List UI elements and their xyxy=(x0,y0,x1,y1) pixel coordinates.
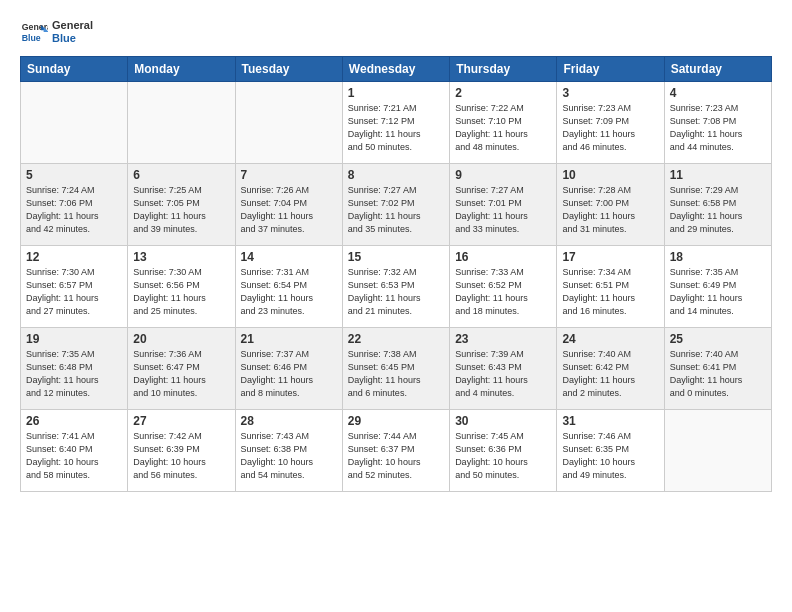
page: General Blue General Blue SundayMondayTu… xyxy=(0,0,792,502)
day-number: 19 xyxy=(26,332,122,346)
day-number: 29 xyxy=(348,414,444,428)
calendar-cell: 14Sunrise: 7:31 AM Sunset: 6:54 PM Dayli… xyxy=(235,246,342,328)
calendar-cell: 29Sunrise: 7:44 AM Sunset: 6:37 PM Dayli… xyxy=(342,410,449,492)
calendar-cell: 13Sunrise: 7:30 AM Sunset: 6:56 PM Dayli… xyxy=(128,246,235,328)
day-info: Sunrise: 7:22 AM Sunset: 7:10 PM Dayligh… xyxy=(455,102,551,154)
calendar-cell: 23Sunrise: 7:39 AM Sunset: 6:43 PM Dayli… xyxy=(450,328,557,410)
calendar-week-row: 26Sunrise: 7:41 AM Sunset: 6:40 PM Dayli… xyxy=(21,410,772,492)
day-number: 30 xyxy=(455,414,551,428)
calendar-cell: 20Sunrise: 7:36 AM Sunset: 6:47 PM Dayli… xyxy=(128,328,235,410)
day-info: Sunrise: 7:29 AM Sunset: 6:58 PM Dayligh… xyxy=(670,184,766,236)
day-info: Sunrise: 7:38 AM Sunset: 6:45 PM Dayligh… xyxy=(348,348,444,400)
calendar-cell: 1Sunrise: 7:21 AM Sunset: 7:12 PM Daylig… xyxy=(342,82,449,164)
day-info: Sunrise: 7:26 AM Sunset: 7:04 PM Dayligh… xyxy=(241,184,337,236)
day-number: 8 xyxy=(348,168,444,182)
day-info: Sunrise: 7:40 AM Sunset: 6:41 PM Dayligh… xyxy=(670,348,766,400)
calendar-header-row: SundayMondayTuesdayWednesdayThursdayFrid… xyxy=(21,57,772,82)
day-info: Sunrise: 7:27 AM Sunset: 7:01 PM Dayligh… xyxy=(455,184,551,236)
calendar-week-row: 1Sunrise: 7:21 AM Sunset: 7:12 PM Daylig… xyxy=(21,82,772,164)
calendar-week-row: 19Sunrise: 7:35 AM Sunset: 6:48 PM Dayli… xyxy=(21,328,772,410)
day-info: Sunrise: 7:23 AM Sunset: 7:09 PM Dayligh… xyxy=(562,102,658,154)
day-of-week-header: Tuesday xyxy=(235,57,342,82)
day-info: Sunrise: 7:41 AM Sunset: 6:40 PM Dayligh… xyxy=(26,430,122,482)
day-number: 4 xyxy=(670,86,766,100)
day-info: Sunrise: 7:39 AM Sunset: 6:43 PM Dayligh… xyxy=(455,348,551,400)
calendar-cell: 10Sunrise: 7:28 AM Sunset: 7:00 PM Dayli… xyxy=(557,164,664,246)
day-info: Sunrise: 7:30 AM Sunset: 6:56 PM Dayligh… xyxy=(133,266,229,318)
day-number: 3 xyxy=(562,86,658,100)
day-number: 13 xyxy=(133,250,229,264)
day-info: Sunrise: 7:35 AM Sunset: 6:48 PM Dayligh… xyxy=(26,348,122,400)
calendar-cell: 5Sunrise: 7:24 AM Sunset: 7:06 PM Daylig… xyxy=(21,164,128,246)
day-number: 27 xyxy=(133,414,229,428)
day-number: 17 xyxy=(562,250,658,264)
day-info: Sunrise: 7:25 AM Sunset: 7:05 PM Dayligh… xyxy=(133,184,229,236)
calendar-cell: 15Sunrise: 7:32 AM Sunset: 6:53 PM Dayli… xyxy=(342,246,449,328)
day-info: Sunrise: 7:36 AM Sunset: 6:47 PM Dayligh… xyxy=(133,348,229,400)
day-info: Sunrise: 7:35 AM Sunset: 6:49 PM Dayligh… xyxy=(670,266,766,318)
day-number: 28 xyxy=(241,414,337,428)
calendar-cell: 26Sunrise: 7:41 AM Sunset: 6:40 PM Dayli… xyxy=(21,410,128,492)
day-info: Sunrise: 7:45 AM Sunset: 6:36 PM Dayligh… xyxy=(455,430,551,482)
calendar-cell xyxy=(664,410,771,492)
calendar-week-row: 5Sunrise: 7:24 AM Sunset: 7:06 PM Daylig… xyxy=(21,164,772,246)
day-number: 31 xyxy=(562,414,658,428)
calendar-cell: 9Sunrise: 7:27 AM Sunset: 7:01 PM Daylig… xyxy=(450,164,557,246)
day-number: 18 xyxy=(670,250,766,264)
calendar-cell: 17Sunrise: 7:34 AM Sunset: 6:51 PM Dayli… xyxy=(557,246,664,328)
day-info: Sunrise: 7:31 AM Sunset: 6:54 PM Dayligh… xyxy=(241,266,337,318)
day-number: 2 xyxy=(455,86,551,100)
calendar-cell xyxy=(21,82,128,164)
calendar-cell: 30Sunrise: 7:45 AM Sunset: 6:36 PM Dayli… xyxy=(450,410,557,492)
day-info: Sunrise: 7:23 AM Sunset: 7:08 PM Dayligh… xyxy=(670,102,766,154)
logo-text: General Blue xyxy=(52,19,93,45)
day-number: 21 xyxy=(241,332,337,346)
day-number: 5 xyxy=(26,168,122,182)
day-number: 7 xyxy=(241,168,337,182)
day-number: 6 xyxy=(133,168,229,182)
day-number: 9 xyxy=(455,168,551,182)
day-number: 11 xyxy=(670,168,766,182)
day-of-week-header: Sunday xyxy=(21,57,128,82)
day-number: 15 xyxy=(348,250,444,264)
calendar-table: SundayMondayTuesdayWednesdayThursdayFrid… xyxy=(20,56,772,492)
day-number: 25 xyxy=(670,332,766,346)
day-info: Sunrise: 7:40 AM Sunset: 6:42 PM Dayligh… xyxy=(562,348,658,400)
day-number: 10 xyxy=(562,168,658,182)
svg-text:Blue: Blue xyxy=(22,33,41,43)
day-number: 20 xyxy=(133,332,229,346)
calendar-cell: 8Sunrise: 7:27 AM Sunset: 7:02 PM Daylig… xyxy=(342,164,449,246)
calendar-cell: 19Sunrise: 7:35 AM Sunset: 6:48 PM Dayli… xyxy=(21,328,128,410)
calendar-cell: 3Sunrise: 7:23 AM Sunset: 7:09 PM Daylig… xyxy=(557,82,664,164)
calendar-cell: 22Sunrise: 7:38 AM Sunset: 6:45 PM Dayli… xyxy=(342,328,449,410)
calendar-cell: 2Sunrise: 7:22 AM Sunset: 7:10 PM Daylig… xyxy=(450,82,557,164)
day-info: Sunrise: 7:21 AM Sunset: 7:12 PM Dayligh… xyxy=(348,102,444,154)
calendar-cell: 25Sunrise: 7:40 AM Sunset: 6:41 PM Dayli… xyxy=(664,328,771,410)
calendar-cell: 24Sunrise: 7:40 AM Sunset: 6:42 PM Dayli… xyxy=(557,328,664,410)
day-number: 26 xyxy=(26,414,122,428)
calendar-cell xyxy=(128,82,235,164)
calendar-cell: 11Sunrise: 7:29 AM Sunset: 6:58 PM Dayli… xyxy=(664,164,771,246)
day-of-week-header: Thursday xyxy=(450,57,557,82)
calendar-cell: 7Sunrise: 7:26 AM Sunset: 7:04 PM Daylig… xyxy=(235,164,342,246)
day-info: Sunrise: 7:46 AM Sunset: 6:35 PM Dayligh… xyxy=(562,430,658,482)
day-info: Sunrise: 7:34 AM Sunset: 6:51 PM Dayligh… xyxy=(562,266,658,318)
day-number: 1 xyxy=(348,86,444,100)
calendar-cell: 21Sunrise: 7:37 AM Sunset: 6:46 PM Dayli… xyxy=(235,328,342,410)
day-of-week-header: Wednesday xyxy=(342,57,449,82)
day-info: Sunrise: 7:28 AM Sunset: 7:00 PM Dayligh… xyxy=(562,184,658,236)
logo-icon: General Blue xyxy=(20,18,48,46)
day-of-week-header: Friday xyxy=(557,57,664,82)
day-info: Sunrise: 7:27 AM Sunset: 7:02 PM Dayligh… xyxy=(348,184,444,236)
header: General Blue General Blue xyxy=(20,18,772,46)
calendar-cell: 28Sunrise: 7:43 AM Sunset: 6:38 PM Dayli… xyxy=(235,410,342,492)
day-number: 24 xyxy=(562,332,658,346)
day-number: 22 xyxy=(348,332,444,346)
day-number: 12 xyxy=(26,250,122,264)
calendar-cell: 27Sunrise: 7:42 AM Sunset: 6:39 PM Dayli… xyxy=(128,410,235,492)
day-number: 23 xyxy=(455,332,551,346)
day-of-week-header: Saturday xyxy=(664,57,771,82)
calendar-cell: 31Sunrise: 7:46 AM Sunset: 6:35 PM Dayli… xyxy=(557,410,664,492)
calendar-cell: 18Sunrise: 7:35 AM Sunset: 6:49 PM Dayli… xyxy=(664,246,771,328)
day-info: Sunrise: 7:43 AM Sunset: 6:38 PM Dayligh… xyxy=(241,430,337,482)
